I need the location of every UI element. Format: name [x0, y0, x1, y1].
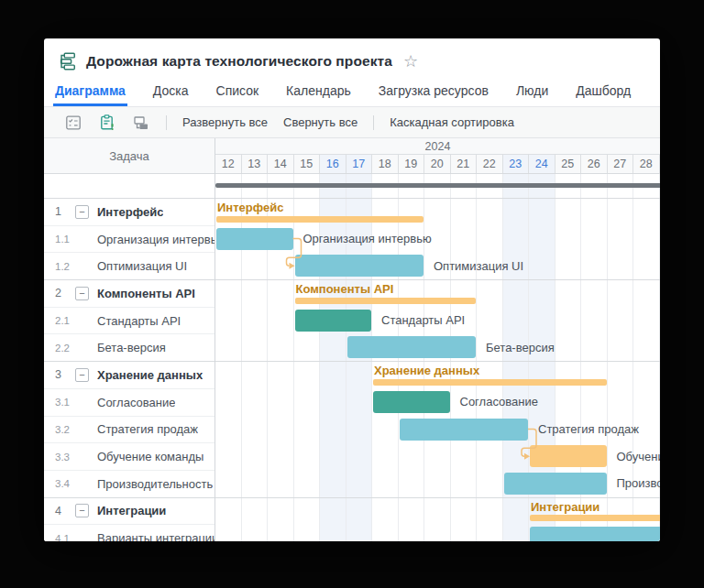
timeline-header: 2024 1213141516171819202122232425262728: [215, 138, 660, 174]
toolbar: Развернуть все Свернуть все Каскадная со…: [44, 107, 660, 138]
row-number: 3.2: [55, 424, 75, 435]
project-summary-row: [44, 174, 214, 198]
gantt-bar-4.1[interactable]: [530, 527, 660, 541]
chart-row-1.1: Организация интервью: [215, 225, 660, 253]
day-cell: 18: [372, 155, 399, 173]
bar-label: Стратегия продаж: [538, 416, 639, 443]
collapse-button[interactable]: −: [75, 287, 89, 300]
tab-workload[interactable]: Загрузка ресурсов: [377, 78, 490, 106]
group-bar-label: Интерфейс: [217, 201, 283, 214]
gantt-logo-icon[interactable]: [57, 51, 77, 71]
toolbar-divider: [166, 115, 167, 130]
summary-bar-1[interactable]: [216, 216, 424, 223]
row-number: 3: [55, 368, 75, 381]
row-number: 4: [55, 505, 75, 517]
task-row-4.1[interactable]: 4.1Варианты интеграции: [44, 524, 214, 541]
group-row-2[interactable]: 2−Компоненты API: [44, 279, 214, 307]
summary-bar-2[interactable]: [295, 298, 477, 304]
task-row-2.2[interactable]: 2.2Бета-версия: [44, 333, 214, 361]
chart-row-4.1: Варианты интеграции: [215, 524, 660, 541]
chart-row-3: Хранение данных: [215, 361, 660, 388]
timeline-year-row: 2024: [215, 138, 660, 155]
task-row-3.1[interactable]: 3.1Согласование: [44, 388, 214, 416]
tab-dashboard[interactable]: Дашборд: [574, 78, 632, 106]
collapse-all-button[interactable]: Свернуть все: [283, 115, 358, 129]
expand-all-button[interactable]: Развернуть все: [182, 115, 268, 129]
chart-row-4: Интеграции: [215, 497, 660, 525]
tab-calendar[interactable]: Календарь: [284, 78, 353, 106]
task-row-2.1[interactable]: 2.1Стандарты API: [44, 307, 214, 334]
row-toggle-slot: −: [75, 287, 97, 300]
row-name: Варианты интеграции: [97, 531, 214, 541]
gantt-bar-1.1[interactable]: [216, 228, 293, 250]
gantt-bar-3.1[interactable]: [373, 391, 450, 413]
row-toggle-slot: −: [75, 205, 97, 219]
tab-board[interactable]: Доска: [151, 78, 191, 106]
task-row-1.2[interactable]: 1.2Оптимизация UI: [44, 252, 214, 279]
desktop-background: Дорожная карта технологического проекта …: [0, 0, 704, 588]
clipboard-alert-icon[interactable]: [98, 114, 116, 132]
day-cell: 25: [556, 155, 582, 173]
summary-bar-4[interactable]: [530, 515, 660, 521]
chart-row-3.1: Согласование: [215, 388, 660, 416]
favorite-star-icon[interactable]: ☆: [403, 53, 418, 70]
bar-label: Производительность: [617, 470, 661, 497]
task-row-1.1[interactable]: 1.1Организация интервью: [44, 225, 214, 253]
chart-row-2.2: Бета-версия: [215, 333, 660, 361]
row-name: Оптимизация UI: [97, 259, 187, 273]
hierarchy-icon[interactable]: [132, 114, 150, 132]
task-column-label: Задача: [109, 149, 149, 163]
gantt-bar-3.4[interactable]: [504, 473, 607, 495]
gantt-bar-2.2[interactable]: [347, 336, 477, 358]
row-name: Компоненты API: [97, 287, 195, 300]
summary-bar-3[interactable]: [373, 379, 607, 386]
chart-rows: ИнтерфейсОрганизация интервьюОптимизация…: [215, 174, 660, 541]
day-cell: 12: [215, 155, 242, 173]
row-name: Стратегия продаж: [97, 422, 198, 436]
bar-label: Согласование: [460, 388, 538, 416]
app-window: Дорожная карта технологического проекта …: [44, 38, 660, 541]
collapse-button[interactable]: −: [75, 504, 89, 517]
day-cell: 21: [451, 155, 478, 173]
row-name: Стандарты API: [97, 314, 181, 328]
collapse-button[interactable]: −: [75, 368, 89, 382]
row-number: 1.2: [55, 261, 75, 272]
bar-label: Организация интервью: [303, 225, 432, 253]
day-cell: 13: [242, 155, 269, 173]
row-number: 1: [55, 205, 75, 218]
tasklist-icon[interactable]: [64, 114, 82, 132]
tab-people[interactable]: Люди: [514, 78, 550, 106]
group-row-1[interactable]: 1−Интерфейс: [44, 198, 214, 225]
task-row-3.3[interactable]: 3.3Обучение команды: [44, 442, 214, 470]
row-name: Производительность: [97, 477, 213, 491]
gantt-chart: ИнтерфейсОрганизация интервьюОптимизация…: [215, 174, 660, 541]
gantt-bar-3.2[interactable]: [400, 419, 529, 441]
bar-label: Оптимизация UI: [434, 252, 523, 279]
cascade-sort-button[interactable]: Каскадная сортировка: [390, 115, 514, 129]
gantt-bar-1.2[interactable]: [295, 255, 424, 277]
row-number: 3.4: [55, 478, 75, 489]
day-cell: 24: [529, 155, 556, 173]
row-name: Интеграции: [97, 504, 166, 517]
year-label: 2024: [425, 140, 451, 153]
task-row-3.2[interactable]: 3.2Стратегия продаж: [44, 416, 214, 443]
task-row-3.4[interactable]: 3.4Производительность: [44, 470, 214, 497]
group-row-3[interactable]: 3−Хранение данных: [44, 361, 214, 388]
collapse-button[interactable]: −: [75, 205, 89, 219]
row-number: 2.2: [55, 343, 75, 354]
group-row-4[interactable]: 4−Интеграции: [44, 497, 214, 525]
day-cell: 15: [294, 155, 321, 173]
group-bar-label: Хранение данных: [374, 364, 479, 377]
timeline-day-row: 1213141516171819202122232425262728: [215, 155, 660, 173]
gantt-bar-3.3[interactable]: [530, 445, 607, 467]
project-row: [215, 174, 660, 198]
row-name: Обучение команды: [97, 450, 204, 463]
row-number: 3.3: [55, 452, 75, 463]
gantt-bar-2.1[interactable]: [295, 310, 372, 332]
toolbar-divider: [373, 115, 374, 130]
tab-diagram[interactable]: Диаграмма: [53, 78, 127, 106]
row-name: Согласование: [97, 396, 175, 409]
row-toggle-slot: −: [75, 504, 97, 517]
tab-list[interactable]: Список: [214, 78, 261, 106]
chart-row-2: Компоненты API: [215, 279, 660, 307]
